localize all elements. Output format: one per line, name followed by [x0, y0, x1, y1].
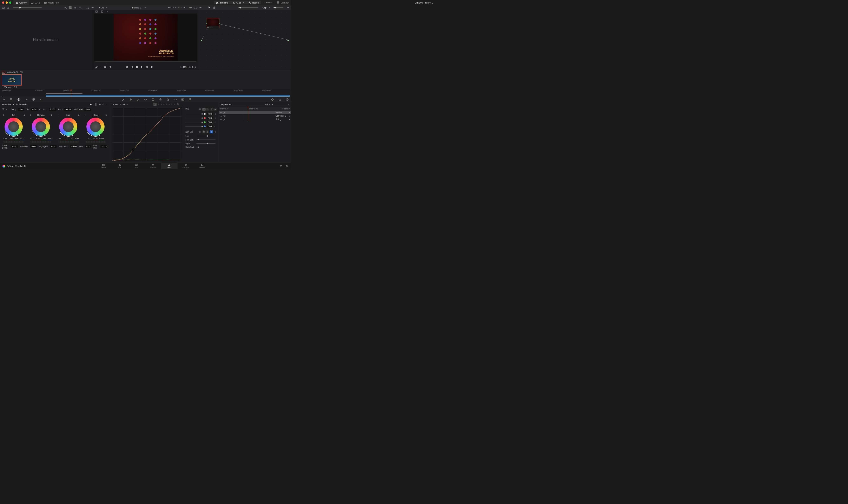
timeline-toggle[interactable]: Timeline: [214, 1, 230, 4]
reset-icon[interactable]: ⟲: [214, 121, 217, 123]
node-1[interactable]: 01: [207, 18, 220, 29]
sat-lum-icon[interactable]: ○: [171, 103, 172, 106]
kf-dot-icon[interactable]: ●: [272, 103, 273, 106]
y-tab[interactable]: Y: [202, 108, 206, 111]
clip-thumbnail[interactable]: BEST SELLER BUNDLE: [2, 74, 22, 86]
more-icon[interactable]: [90, 5, 95, 10]
lock-icon[interactable]: ◇: [220, 111, 222, 113]
pick-icon[interactable]: ⊹: [30, 114, 31, 116]
close-icon[interactable]: [2, 1, 4, 4]
sc-r-tab[interactable]: R: [202, 130, 206, 133]
hue-sat-icon[interactable]: ○: [161, 103, 162, 106]
settings-icon[interactable]: [285, 164, 288, 168]
channel-value[interactable]: 100: [207, 113, 213, 115]
play-icon[interactable]: [140, 66, 143, 68]
timeline-name[interactable]: Timeline 1: [127, 6, 143, 9]
prev-clip-icon[interactable]: [126, 66, 128, 68]
expand-icon[interactable]: ›: [225, 118, 226, 121]
log-mode-icon[interactable]: ◐: [99, 103, 101, 106]
effects-toggle[interactable]: fx Effects: [261, 1, 275, 4]
sc-g-tab[interactable]: G: [206, 130, 209, 133]
saturation-value[interactable]: 50.00: [70, 145, 77, 148]
sizing-icon[interactable]: [181, 98, 185, 101]
keyframes-playhead[interactable]: [248, 107, 248, 111]
viewer-scrubber[interactable]: [95, 61, 196, 64]
tint-value[interactable]: 0.00: [31, 108, 38, 111]
qualifier-icon[interactable]: [136, 98, 140, 101]
channel-value[interactable]: 100: [207, 125, 213, 128]
lum-sat-icon[interactable]: ○: [166, 103, 167, 106]
custom-curve-icon[interactable]: ▢: [153, 103, 157, 106]
expand-icon[interactable]: ›: [225, 115, 226, 117]
chevron-down-icon[interactable]: [144, 7, 146, 8]
hdr-wheels-icon[interactable]: [24, 98, 28, 101]
channel-slider[interactable]: [185, 114, 203, 114]
more-icon[interactable]: [198, 5, 203, 10]
curves-icon[interactable]: [121, 98, 125, 101]
more-icon[interactable]: ⋯: [105, 103, 107, 106]
softclip-slider[interactable]: [196, 140, 215, 140]
color-wheel[interactable]: [4, 118, 23, 136]
motion-effects-icon[interactable]: [39, 98, 43, 101]
toggle-icon[interactable]: ▢: [223, 111, 225, 113]
wheel-jog[interactable]: [3, 141, 24, 143]
camera-raw-icon[interactable]: [2, 98, 6, 101]
hue-hue-icon[interactable]: ○: [158, 103, 159, 106]
3d-icon[interactable]: [188, 98, 192, 101]
nodes-pane[interactable]: 01: [198, 10, 291, 70]
toggle-icon[interactable]: ▢: [223, 118, 225, 121]
wipe-icon[interactable]: [104, 66, 106, 68]
temp-value[interactable]: 0.0: [18, 108, 24, 111]
reset-icon[interactable]: ⟲: [50, 114, 52, 116]
sc-b-tab[interactable]: B: [210, 130, 213, 133]
link-icon[interactable]: ⛓: [199, 108, 201, 110]
contrast-value[interactable]: 1.000: [49, 108, 56, 111]
eyedropper-icon[interactable]: [95, 66, 98, 68]
page-media[interactable]: Media: [95, 163, 111, 169]
channel-value[interactable]: 100: [207, 117, 213, 119]
lock-icon[interactable]: ◇: [220, 115, 222, 117]
pick-icon[interactable]: ⊹: [84, 114, 86, 116]
b-tab[interactable]: B: [213, 108, 217, 111]
next-clip-icon[interactable]: [145, 66, 148, 68]
wheel-jog[interactable]: [85, 141, 106, 143]
lightbox-toggle[interactable]: Lightbox: [275, 1, 291, 4]
color-wheels-icon[interactable]: [17, 98, 21, 101]
pointer-icon[interactable]: [207, 5, 211, 10]
stop-icon[interactable]: [136, 66, 138, 68]
zoom-value[interactable]: 61%: [98, 6, 105, 9]
wheels-mode-icon[interactable]: ◉: [90, 103, 92, 106]
gallery-button[interactable]: Gallery: [13, 0, 29, 5]
channel-slider[interactable]: [185, 118, 203, 118]
expand-icon[interactable]: ⤢: [174, 103, 175, 106]
chevron-down-icon[interactable]: [269, 7, 271, 8]
viewer-canvas[interactable]: ANIMATEDELEMENTS WITH TRANSPARENT BACKGR…: [94, 14, 197, 61]
loop-icon[interactable]: [150, 66, 153, 68]
nodes-toggle[interactable]: Nodes: [246, 1, 261, 4]
wheel-values[interactable]: 0.000.000.000.00: [30, 138, 52, 140]
keyframes-ruler[interactable]: 00:00:02:21 00:00:00:00 00:00:17:08: [219, 107, 291, 111]
expand-icon[interactable]: [193, 5, 197, 10]
hand-icon[interactable]: [212, 5, 216, 10]
keyframe-row[interactable]: ◇ ▢ › Corrector 1 ●: [219, 114, 291, 118]
reset-icon[interactable]: ⟲: [177, 103, 178, 106]
clips-toggle[interactable]: Clips: [230, 1, 246, 4]
colorboost-value[interactable]: 0.00: [11, 145, 18, 148]
zoom-icon[interactable]: [9, 1, 11, 4]
curve-editor[interactable]: [112, 108, 182, 161]
wheel-jog[interactable]: [58, 141, 79, 143]
wand-icon[interactable]: [105, 10, 109, 14]
wheel-values[interactable]: 1.001.001.001.00: [57, 138, 80, 140]
clip-mode-dropdown[interactable]: Clip: [261, 6, 268, 9]
range-selection[interactable]: [46, 93, 83, 94]
dual-view-icon[interactable]: [100, 10, 104, 14]
rgb-mixer-icon[interactable]: [32, 98, 35, 101]
audio-icon[interactable]: [108, 66, 111, 68]
track-clip[interactable]: [46, 95, 290, 97]
reset-icon[interactable]: ⟲: [214, 117, 217, 119]
node-size-slider[interactable]: [273, 7, 283, 8]
channel-value[interactable]: 100: [207, 121, 213, 123]
reset-icon[interactable]: ⟲: [214, 125, 217, 128]
auto-balance-icon[interactable]: Ⓐ: [2, 108, 4, 111]
chevron-down-icon[interactable]: [106, 7, 107, 8]
